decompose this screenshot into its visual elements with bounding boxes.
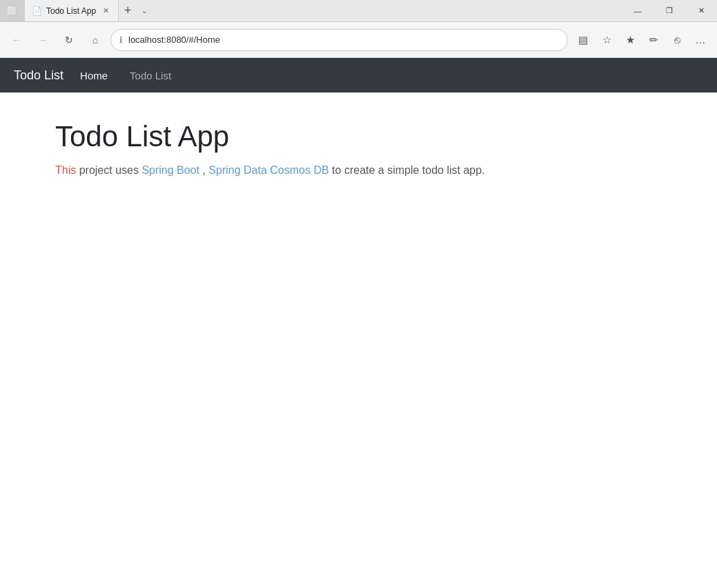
nav-link-todo-list[interactable]: Todo List: [124, 66, 177, 86]
url-bar[interactable]: ℹ localhost:8080/#/Home: [110, 29, 568, 51]
browser-window: ⬜ 📄 Todo List App ✕ + ⌄ — ❐ ✕ ← → ↻ ⌂ ℹ …: [0, 0, 717, 588]
tab-inactive[interactable]: ⬜: [0, 0, 24, 21]
tab-page-icon: 📄: [32, 6, 42, 16]
url-text: localhost:8080/#/Home: [128, 35, 559, 45]
notes-button[interactable]: ✏: [642, 29, 665, 51]
title-bar: ⬜ 📄 Todo List App ✕ + ⌄ — ❐ ✕: [0, 0, 717, 22]
page-title: Todo List App: [55, 120, 662, 153]
tab-active[interactable]: 📄 Todo List App ✕: [24, 0, 119, 21]
share-button[interactable]: ⎋: [666, 29, 688, 51]
page-content: Todo List App This project uses Spring B…: [0, 92, 717, 588]
security-icon: ℹ: [119, 35, 123, 45]
tab-dropdown-button[interactable]: ⌄: [137, 0, 151, 21]
nav-brand[interactable]: Todo List: [14, 68, 63, 83]
toolbar-right: ▤ ☆ ★ ✏ ⎋ …: [572, 29, 711, 51]
tab-inactive-icon: ⬜: [7, 6, 17, 16]
reading-view-button[interactable]: ▤: [572, 29, 594, 51]
desc-this: This: [55, 164, 76, 176]
restore-button[interactable]: ❐: [654, 0, 685, 21]
desc-project-uses: project uses: [79, 164, 142, 176]
address-bar: ← → ↻ ⌂ ℹ localhost:8080/#/Home ▤ ☆ ★ ✏ …: [0, 22, 717, 58]
tab-strip: ⬜ 📄 Todo List App ✕ + ⌄: [0, 0, 151, 21]
window-controls: — ❐ ✕: [622, 0, 717, 21]
refresh-button[interactable]: ↻: [58, 29, 80, 51]
favorites-button[interactable]: ☆: [596, 29, 618, 51]
tab-label: Todo List App: [46, 6, 96, 16]
page-description: This project uses Spring Boot , Spring D…: [55, 164, 662, 177]
minimize-button[interactable]: —: [622, 0, 654, 21]
back-button[interactable]: ←: [6, 29, 28, 51]
new-tab-button[interactable]: +: [119, 0, 137, 21]
tab-close-button[interactable]: ✕: [100, 6, 111, 17]
forward-button[interactable]: →: [32, 29, 54, 51]
home-button[interactable]: ⌂: [84, 29, 106, 51]
close-button[interactable]: ✕: [685, 0, 717, 21]
app-navbar: Todo List Home Todo List: [0, 58, 717, 92]
desc-spring-boot: Spring Boot: [141, 164, 199, 176]
favorites-bar-button[interactable]: ★: [619, 29, 641, 51]
desc-to-create: to create a simple todo list app.: [332, 164, 484, 176]
nav-link-home[interactable]: Home: [75, 66, 113, 86]
desc-spring-data-cosmos: Spring Data Cosmos DB: [208, 164, 328, 176]
more-button[interactable]: …: [689, 29, 711, 51]
